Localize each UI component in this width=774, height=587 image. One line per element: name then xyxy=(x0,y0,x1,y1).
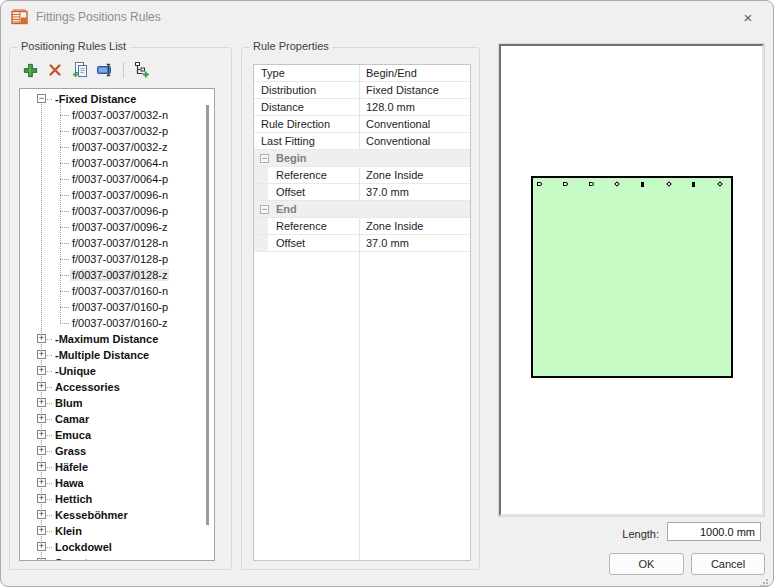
tree-connector xyxy=(47,499,52,500)
fitting-mark-flag-icon xyxy=(537,182,542,186)
delete-rule-button[interactable] xyxy=(45,60,65,80)
expand-toggle-icon[interactable]: + xyxy=(37,542,46,551)
tree-category-row[interactable]: +-Multiple Distance xyxy=(20,347,214,363)
expand-toggle-icon[interactable]: + xyxy=(37,446,46,455)
expand-toggle-icon[interactable]: + xyxy=(37,478,46,487)
tree-connector xyxy=(47,531,52,532)
expand-toggle-icon[interactable]: + xyxy=(37,510,46,519)
property-indent-gutter xyxy=(254,235,268,251)
copy-rule-button[interactable] xyxy=(70,60,90,80)
tree-item-row[interactable]: f/0037-0037/0128-z xyxy=(20,267,214,283)
fitting-mark-bar-icon xyxy=(692,182,695,187)
tree-item-row[interactable]: f/0037-0037/0096-p xyxy=(20,203,214,219)
property-row[interactable]: Distance128.0 mm xyxy=(254,99,470,116)
tree-category-label: Häfele xyxy=(53,461,90,473)
tree-item-label: f/0037-0037/0064-n xyxy=(70,157,170,169)
tree-category-row[interactable]: +-Maximum Distance xyxy=(20,331,214,347)
tree-category-row[interactable]: +Hettich xyxy=(20,491,214,507)
expand-toggle-icon[interactable]: + xyxy=(37,334,46,343)
tree-category-row[interactable]: +Accessories xyxy=(20,379,214,395)
tree-category-row[interactable]: +Häfele xyxy=(20,459,214,475)
tree-category-row[interactable]: +-Unique xyxy=(20,363,214,379)
property-value[interactable]: Conventional xyxy=(366,135,430,147)
cancel-button[interactable]: Cancel xyxy=(691,553,765,575)
tree-category-row[interactable]: +Lockdowel xyxy=(20,539,214,555)
expand-toggle-icon[interactable]: + xyxy=(37,430,46,439)
tree-item-row[interactable]: f/0037-0037/0160-n xyxy=(20,283,214,299)
tree-item-row[interactable]: f/0037-0037/0160-z xyxy=(20,315,214,331)
collapse-toggle-icon[interactable]: − xyxy=(37,94,46,103)
expand-toggle-icon[interactable]: + xyxy=(37,414,46,423)
expand-toggle-icon[interactable]: + xyxy=(37,558,46,561)
expand-toggle-icon[interactable]: + xyxy=(37,398,46,407)
tree-item-label: f/0037-0037/0032-z xyxy=(70,141,169,153)
expand-toggle-icon[interactable]: + xyxy=(37,382,46,391)
tree-category-row[interactable]: +Hawa xyxy=(20,475,214,491)
property-row[interactable]: Offset37.0 mm xyxy=(254,235,470,252)
tree-child-connector xyxy=(60,105,61,323)
property-row[interactable]: ReferenceZone Inside xyxy=(254,167,470,184)
tree-category-label: Hawa xyxy=(53,477,86,489)
property-label: Offset xyxy=(276,186,305,198)
property-row[interactable]: Rule DirectionConventional xyxy=(254,116,470,133)
tree-category-label: Camar xyxy=(53,413,91,425)
property-row[interactable]: ReferenceZone Inside xyxy=(254,218,470,235)
tree-category-label: Emuca xyxy=(53,429,93,441)
expand-toggle-icon[interactable]: + xyxy=(37,462,46,471)
tree-category-row[interactable]: −-Fixed Distance xyxy=(20,91,214,107)
collapse-toggle-icon[interactable]: − xyxy=(260,154,269,163)
tree-connector xyxy=(47,451,52,452)
tree-item-row[interactable]: f/0037-0037/0032-n xyxy=(20,107,214,123)
length-label: Length: xyxy=(561,528,659,540)
tree-connector xyxy=(60,323,69,324)
property-value[interactable]: 128.0 mm xyxy=(366,101,415,113)
ok-button[interactable]: OK xyxy=(609,553,684,575)
resize-grip[interactable] xyxy=(766,579,768,581)
tree-category-row[interactable]: +Camar xyxy=(20,411,214,427)
tree-category-row[interactable]: +Klein xyxy=(20,523,214,539)
tree-category-label: Samet xyxy=(53,557,90,561)
tree-category-row[interactable]: +Emuca xyxy=(20,427,214,443)
property-row[interactable]: DistributionFixed Distance xyxy=(254,82,470,99)
rule-properties-title: Rule Properties xyxy=(249,40,333,52)
positioning-rules-tree[interactable]: −-Fixed Distancef/0037-0037/0032-nf/0037… xyxy=(19,88,215,561)
tree-item-row[interactable]: f/0037-0037/0160-p xyxy=(20,299,214,315)
tree-item-row[interactable]: f/0037-0037/0032-p xyxy=(20,123,214,139)
property-row[interactable]: TypeBegin/End xyxy=(254,65,470,82)
tree-category-row[interactable]: +Samet xyxy=(20,555,214,561)
tree-connector xyxy=(47,515,52,516)
close-button[interactable]: × xyxy=(737,7,759,29)
length-input[interactable] xyxy=(667,522,761,541)
expand-toggle-icon[interactable]: + xyxy=(37,366,46,375)
tree-category-row[interactable]: +Kesseböhmer xyxy=(20,507,214,523)
property-group-row[interactable]: −End xyxy=(254,201,470,218)
tree-item-row[interactable]: f/0037-0037/0064-n xyxy=(20,155,214,171)
expand-toggle-icon[interactable]: + xyxy=(37,350,46,359)
tree-item-row[interactable]: f/0037-0037/0064-p xyxy=(20,171,214,187)
collapse-toggle-icon[interactable]: − xyxy=(260,205,269,214)
property-value[interactable]: Zone Inside xyxy=(366,220,423,232)
property-row[interactable]: Last FittingConventional xyxy=(254,133,470,150)
expand-toggle-icon[interactable]: + xyxy=(37,526,46,535)
property-value[interactable]: Fixed Distance xyxy=(366,84,439,96)
tree-item-row[interactable]: f/0037-0037/0128-n xyxy=(20,235,214,251)
tree-category-row[interactable]: +Blum xyxy=(20,395,214,411)
property-value[interactable]: Zone Inside xyxy=(366,169,423,181)
property-label: Rule Direction xyxy=(261,118,330,130)
property-label: Begin xyxy=(276,152,307,164)
tree-item-row[interactable]: f/0037-0037/0096-n xyxy=(20,187,214,203)
tree-item-row[interactable]: f/0037-0037/0096-z xyxy=(20,219,214,235)
add-category-button[interactable] xyxy=(132,60,152,80)
tree-item-row[interactable]: f/0037-0037/0128-p xyxy=(20,251,214,267)
property-row[interactable]: Offset37.0 mm xyxy=(254,184,470,201)
property-group-row[interactable]: −Begin xyxy=(254,150,470,167)
tree-category-row[interactable]: +Grass xyxy=(20,443,214,459)
property-value[interactable]: 37.0 mm xyxy=(366,237,409,249)
add-rule-button[interactable] xyxy=(20,60,40,80)
property-value[interactable]: Conventional xyxy=(366,118,430,130)
property-value[interactable]: 37.0 mm xyxy=(366,186,409,198)
expand-toggle-icon[interactable]: + xyxy=(37,494,46,503)
property-value[interactable]: Begin/End xyxy=(366,67,417,79)
rename-rule-button[interactable] xyxy=(95,60,115,80)
tree-item-row[interactable]: f/0037-0037/0032-z xyxy=(20,139,214,155)
